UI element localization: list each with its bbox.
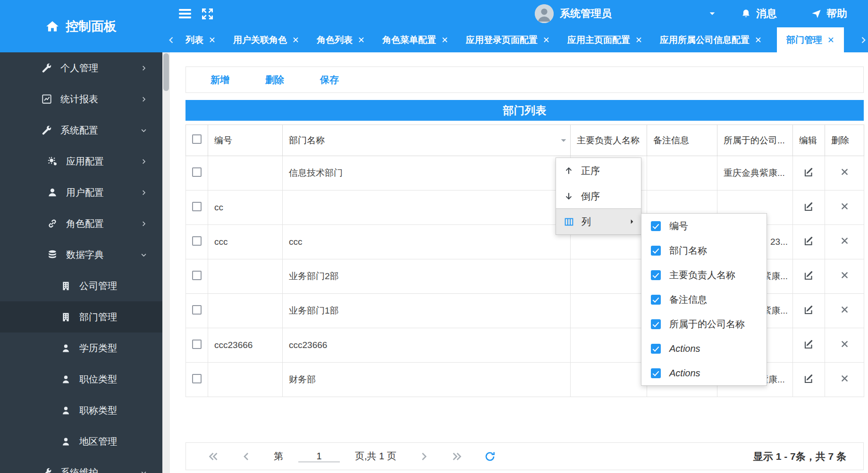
col-header-company[interactable]: 所属于的公司... bbox=[717, 125, 793, 156]
edit-icon[interactable] bbox=[803, 304, 815, 315]
help-button[interactable]: 帮助 bbox=[811, 7, 847, 21]
menu-item-sort-asc[interactable]: 正序 bbox=[556, 158, 641, 183]
tab-label: 部门管理 bbox=[786, 34, 822, 46]
tab-app-login-page-config[interactable]: 应用登录页面配置 bbox=[463, 27, 552, 52]
checkbox-checked-icon[interactable] bbox=[651, 319, 661, 329]
delete-icon[interactable] bbox=[840, 305, 849, 314]
tab-app-main-page-config[interactable]: 应用主页面配置 bbox=[565, 27, 645, 52]
column-toggle-note[interactable]: 备注信息 bbox=[641, 287, 767, 312]
row-checkbox[interactable] bbox=[192, 305, 202, 315]
delete-icon[interactable] bbox=[840, 271, 849, 280]
select-all-checkbox[interactable] bbox=[192, 134, 202, 144]
menu-item-columns[interactable]: 列 bbox=[556, 209, 641, 234]
menu-toggle-button[interactable] bbox=[178, 7, 192, 20]
close-icon[interactable] bbox=[635, 36, 642, 43]
tab-department-mgmt[interactable]: 部门管理 bbox=[777, 27, 844, 52]
sidebar-item-data-dict[interactable]: 数据字典 bbox=[0, 239, 162, 270]
sidebar-item-label: 个人管理 bbox=[60, 62, 98, 75]
column-toggle-manager[interactable]: 主要负责人名称 bbox=[641, 263, 767, 287]
delete-icon[interactable] bbox=[840, 340, 849, 349]
sidebar-item-education-type[interactable]: 学历类型 bbox=[0, 332, 162, 364]
sidebar-item-system-maintenance[interactable]: 系统维护 bbox=[0, 457, 162, 473]
sidebar-item-department-mgmt[interactable]: 部门管理 bbox=[0, 301, 162, 332]
fullscreen-button[interactable] bbox=[201, 8, 214, 20]
edit-icon[interactable] bbox=[803, 235, 815, 247]
user-menu[interactable]: 系统管理员 bbox=[535, 4, 612, 23]
row-checkbox[interactable] bbox=[192, 374, 202, 383]
close-icon[interactable] bbox=[358, 36, 365, 43]
next-page-button[interactable] bbox=[418, 451, 430, 462]
sidebar-item-position-type[interactable]: 职位类型 bbox=[0, 364, 162, 395]
row-checkbox[interactable] bbox=[192, 236, 202, 246]
sidebar-item-user-config[interactable]: 用户配置 bbox=[0, 177, 162, 208]
tabs-scroll-left[interactable] bbox=[162, 27, 180, 52]
brand[interactable]: 控制面板 bbox=[0, 0, 162, 52]
col-header-note[interactable]: 备注信息 bbox=[647, 125, 717, 156]
close-icon[interactable] bbox=[543, 36, 550, 43]
column-toggle-company[interactable]: 所属于的公司名称 bbox=[641, 312, 767, 336]
column-toggle-code[interactable]: 编号 bbox=[641, 214, 767, 238]
row-checkbox[interactable] bbox=[192, 271, 202, 280]
checkbox-checked-icon[interactable] bbox=[651, 270, 661, 280]
edit-icon[interactable] bbox=[803, 201, 815, 212]
row-checkbox[interactable] bbox=[192, 340, 202, 349]
delete-icon[interactable] bbox=[840, 374, 849, 383]
messages-button[interactable]: 消息 bbox=[741, 7, 777, 21]
last-page-button[interactable] bbox=[451, 451, 463, 462]
sidebar-item-app-config[interactable]: 应用配置 bbox=[0, 146, 162, 177]
close-icon[interactable] bbox=[755, 36, 762, 43]
add-button[interactable]: 新增 bbox=[211, 74, 229, 86]
sidebar-item-region-mgmt[interactable]: 地区管理 bbox=[0, 426, 162, 457]
sidebar-scrollbar[interactable] bbox=[162, 52, 170, 473]
close-icon[interactable] bbox=[292, 36, 299, 43]
close-icon[interactable] bbox=[441, 36, 448, 43]
sidebar-item-label: 地区管理 bbox=[79, 435, 117, 448]
column-toggle-actions-2[interactable]: Actions bbox=[641, 361, 767, 385]
sidebar-item-role-config[interactable]: 角色配置 bbox=[0, 208, 162, 239]
sidebar-item-system-config[interactable]: 系统配置 bbox=[0, 115, 162, 146]
delete-icon[interactable] bbox=[840, 202, 849, 211]
edit-icon[interactable] bbox=[803, 270, 815, 281]
pagination-summary: 显示 1 - 7条，共 7 条 bbox=[753, 450, 846, 463]
tab-role-list[interactable]: 角色列表 bbox=[314, 27, 367, 52]
checkbox-checked-icon[interactable] bbox=[651, 246, 661, 256]
col-header-code[interactable]: 编号 bbox=[208, 125, 283, 156]
row-checkbox[interactable] bbox=[192, 167, 202, 177]
delete-icon[interactable] bbox=[840, 167, 849, 176]
delete-button[interactable]: 删除 bbox=[265, 74, 284, 86]
menu-item-sort-desc[interactable]: 倒序 bbox=[556, 183, 641, 209]
column-toggle-actions-1[interactable]: Actions bbox=[641, 336, 767, 361]
page-input[interactable] bbox=[298, 451, 340, 462]
column-menu-button[interactable] bbox=[560, 137, 567, 144]
delete-icon[interactable] bbox=[840, 236, 849, 245]
tab-user-role-link[interactable]: 用户关联角色 bbox=[231, 27, 302, 52]
tab-app-company-info-config[interactable]: 应用所属公司信息配置 bbox=[657, 27, 764, 52]
save-button[interactable]: 保存 bbox=[320, 74, 339, 86]
sidebar-item-stats-report[interactable]: 统计报表 bbox=[0, 83, 162, 115]
edit-icon[interactable] bbox=[803, 373, 815, 384]
scrollbar-thumb[interactable] bbox=[163, 53, 169, 91]
column-toggle-name[interactable]: 部门名称 bbox=[641, 238, 767, 263]
close-icon[interactable] bbox=[209, 36, 216, 43]
checkbox-checked-icon[interactable] bbox=[651, 344, 661, 354]
tabs-scroll-right[interactable] bbox=[859, 27, 868, 52]
first-page-button[interactable] bbox=[208, 451, 219, 462]
sidebar-item-company-mgmt[interactable]: 公司管理 bbox=[0, 270, 162, 301]
user-dropdown-toggle[interactable] bbox=[708, 10, 716, 17]
tab-list[interactable]: 列表 bbox=[180, 27, 218, 52]
row-checkbox[interactable] bbox=[192, 202, 202, 211]
col-header-manager[interactable]: 主要负责人名称 bbox=[571, 125, 647, 156]
close-icon[interactable] bbox=[827, 36, 834, 43]
table-row[interactable]: 信息技术部门 重庆金典紫康... bbox=[186, 156, 864, 191]
edit-icon[interactable] bbox=[803, 166, 815, 178]
sidebar-item-title-type[interactable]: 职称类型 bbox=[0, 395, 162, 426]
tab-role-menu-config[interactable]: 角色菜单配置 bbox=[380, 27, 451, 52]
col-header-name[interactable]: 部门名称 bbox=[283, 125, 571, 156]
sidebar-item-personal-mgmt[interactable]: 个人管理 bbox=[0, 52, 162, 83]
edit-icon[interactable] bbox=[803, 339, 815, 350]
checkbox-checked-icon[interactable] bbox=[651, 295, 661, 305]
prev-page-button[interactable] bbox=[241, 451, 252, 462]
checkbox-checked-icon[interactable] bbox=[651, 368, 661, 378]
refresh-icon[interactable] bbox=[484, 451, 496, 462]
checkbox-checked-icon[interactable] bbox=[651, 221, 661, 231]
